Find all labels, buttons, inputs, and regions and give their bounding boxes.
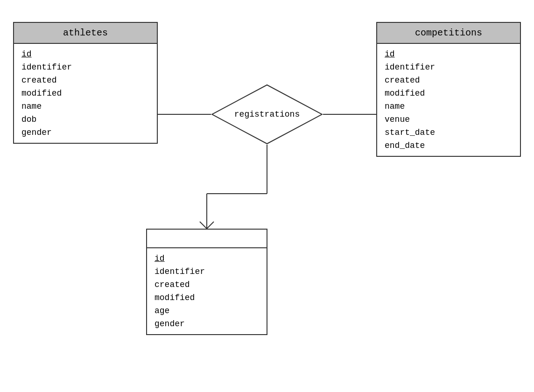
athletes-field-identifier: identifier (21, 61, 149, 74)
registrations-body: id identifier created modified age gende… (147, 248, 267, 334)
athletes-table: athletes id identifier created modified … (13, 22, 158, 144)
registrations-field-identifier: identifier (155, 265, 259, 278)
competitions-field-id: id (385, 48, 513, 61)
athletes-body: id identifier created modified name dob … (14, 44, 157, 143)
svg-line-9 (207, 222, 214, 229)
athletes-header: athletes (14, 23, 157, 44)
registrations-field-modified: modified (155, 291, 259, 304)
athletes-field-created: created (21, 74, 149, 87)
competitions-header: competitions (377, 23, 520, 44)
competitions-field-end-date: end_date (385, 139, 513, 152)
competitions-field-modified: modified (385, 87, 513, 100)
competitions-field-venue: venue (385, 113, 513, 126)
athletes-field-dob: dob (21, 113, 149, 126)
competitions-table: competitions id identifier created modif… (376, 22, 521, 157)
erd-diagram: athletes id identifier created modified … (0, 0, 534, 392)
registrations-field-age: age (155, 304, 259, 317)
athletes-field-name: name (21, 100, 149, 113)
registrations-field-gender: gender (155, 317, 259, 330)
registrations-table-header (147, 230, 267, 248)
svg-line-8 (200, 222, 207, 229)
registrations-field-created: created (155, 278, 259, 291)
registrations-table: id identifier created modified age gende… (146, 229, 267, 335)
athletes-field-modified: modified (21, 87, 149, 100)
competitions-field-start-date: start_date (385, 126, 513, 139)
registrations-label: registrations (234, 110, 300, 119)
competitions-field-name: name (385, 100, 513, 113)
registrations-field-id: id (155, 252, 259, 265)
registrations-relationship: registrations (211, 84, 323, 145)
competitions-field-identifier: identifier (385, 61, 513, 74)
competitions-field-created: created (385, 74, 513, 87)
athletes-field-id: id (21, 48, 149, 61)
athletes-field-gender: gender (21, 126, 149, 139)
competitions-body: id identifier created modified name venu… (377, 44, 520, 156)
